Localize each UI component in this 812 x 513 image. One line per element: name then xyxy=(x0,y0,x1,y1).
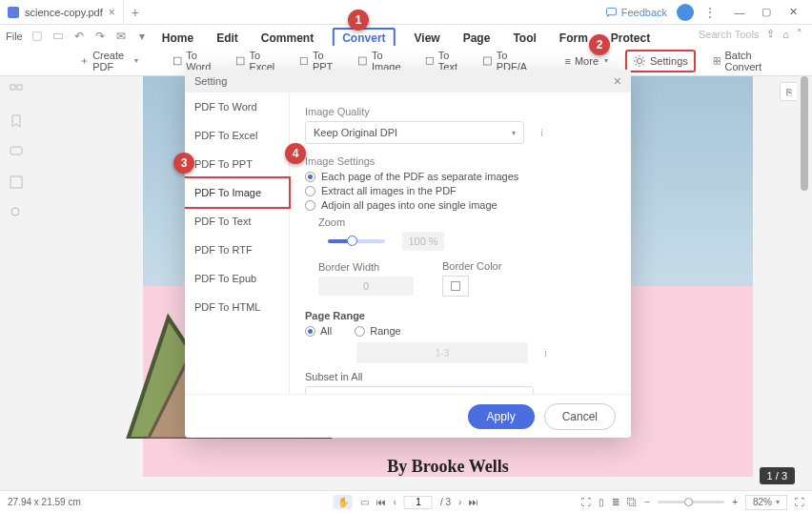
sidebar-item-pdf-to-excel[interactable]: PDF To Excel xyxy=(185,121,289,150)
next-page-icon[interactable]: › xyxy=(458,497,461,507)
info-icon[interactable]: i xyxy=(536,127,548,139)
svg-rect-0 xyxy=(606,8,616,14)
menu-comment[interactable]: Comment xyxy=(257,30,317,47)
sidebar-item-pdf-to-image[interactable]: PDF To Image xyxy=(185,178,289,207)
menu-form[interactable]: Form xyxy=(556,30,592,47)
radio-adjoin-pages[interactable] xyxy=(305,200,315,211)
prev-page-icon[interactable]: ‹ xyxy=(394,497,396,507)
file-menu[interactable]: File xyxy=(6,31,23,42)
continuous-icon[interactable]: ≣ xyxy=(612,497,619,507)
last-page-icon[interactable]: ⏭ xyxy=(469,497,478,507)
thumbnails-icon[interactable] xyxy=(8,82,25,99)
border-width-input[interactable] xyxy=(318,277,414,296)
zoom-out-icon[interactable]: − xyxy=(644,497,650,507)
save-icon[interactable] xyxy=(30,30,44,43)
annotation-badge-4: 4 xyxy=(285,143,306,164)
zoom-slider[interactable] xyxy=(658,501,724,503)
svg-rect-11 xyxy=(718,57,721,60)
feedback-link[interactable]: Feedback xyxy=(605,6,667,18)
subset-dropdown[interactable]: All pages ▾ xyxy=(305,386,534,394)
more-button[interactable]: ≡More▾ xyxy=(561,52,612,70)
radio-extract-images[interactable] xyxy=(305,186,315,196)
document-byline: By Brooke Wells xyxy=(143,451,753,482)
zoom-level[interactable]: 82%▾ xyxy=(745,495,787,510)
close-window-button[interactable]: ✕ xyxy=(780,2,806,23)
settings-button[interactable]: Settings xyxy=(625,50,696,72)
sidebar-item-pdf-to-word[interactable]: PDF To Word xyxy=(185,92,289,121)
print-icon[interactable] xyxy=(51,30,65,43)
undo-icon[interactable]: ↶ xyxy=(72,30,86,43)
sidebar-item-pdf-to-html[interactable]: PDF To HTML xyxy=(185,293,289,321)
modal-sidebar: PDF To Word PDF To Excel PDF To PPT PDF … xyxy=(185,92,290,394)
vertical-scrollbar[interactable] xyxy=(801,76,808,439)
floating-tool-icon[interactable]: ⎘ xyxy=(780,82,797,101)
cloud-icon[interactable]: ⌂ xyxy=(782,29,789,40)
radio-all-pages[interactable] xyxy=(305,326,315,337)
zoom-slider-thumb[interactable] xyxy=(684,498,693,506)
close-tab-icon[interactable]: × xyxy=(109,6,115,19)
sidebar-item-pdf-to-ppt[interactable]: PDF To PPT xyxy=(185,150,289,178)
fullscreen-icon[interactable]: ⛶ xyxy=(795,497,804,507)
page-number-input[interactable] xyxy=(404,496,433,509)
radio-page-range[interactable] xyxy=(355,326,365,337)
batch-icon xyxy=(713,54,721,68)
collapse-icon[interactable]: ˄ xyxy=(797,28,802,40)
cancel-button[interactable]: Cancel xyxy=(544,403,616,430)
zoom-value-input[interactable] xyxy=(402,232,444,251)
titlebar: science-copy.pdf × + Feedback ⋮ — ▢ ✕ xyxy=(0,0,812,25)
modal-main: Image Quality Keep Original DPI ▾ i Imag… xyxy=(290,92,631,394)
share-icon[interactable]: ⇪ xyxy=(766,28,775,40)
svg-point-9 xyxy=(637,58,641,63)
info-icon[interactable]: i xyxy=(539,347,552,359)
redo-icon[interactable]: ↷ xyxy=(93,30,107,43)
menu-edit[interactable]: Edit xyxy=(213,30,242,47)
menu-protect[interactable]: Protect xyxy=(607,30,654,47)
document-tab[interactable]: science-copy.pdf × xyxy=(0,0,124,25)
image-quality-dropdown[interactable]: Keep Original DPI ▾ xyxy=(305,121,524,144)
image-quality-label: Image Quality xyxy=(305,106,616,117)
batch-convert-button[interactable]: Batch Convert xyxy=(709,47,771,75)
single-page-icon[interactable]: ▯ xyxy=(599,497,604,507)
radio-each-page[interactable] xyxy=(305,172,315,182)
menu-view[interactable]: View xyxy=(411,30,444,47)
create-pdf-button[interactable]: Create PDF▾ xyxy=(76,47,142,75)
menu-tool[interactable]: Tool xyxy=(509,30,539,47)
sidebar-item-pdf-to-text[interactable]: PDF To Text xyxy=(185,207,289,236)
zoom-in-icon[interactable]: + xyxy=(732,497,738,507)
zoom-slider-thumb[interactable] xyxy=(347,236,357,246)
minimize-button[interactable]: — xyxy=(726,2,753,23)
border-color-picker[interactable] xyxy=(442,276,469,297)
select-tool-icon[interactable]: ▭ xyxy=(360,497,369,507)
gear-icon xyxy=(633,54,646,68)
menu-home[interactable]: Home xyxy=(158,30,197,47)
two-page-icon[interactable]: ⿻ xyxy=(627,497,637,507)
first-page-icon[interactable]: ⏮ xyxy=(376,497,386,507)
bookmark-icon[interactable] xyxy=(8,113,25,130)
modal-close-icon[interactable]: × xyxy=(614,73,621,89)
zoom-label: Zoom xyxy=(318,216,616,228)
comments-icon[interactable] xyxy=(8,143,25,160)
fit-page-icon[interactable]: ⛶ xyxy=(581,497,591,507)
more-menu-icon[interactable]: ⋮ xyxy=(703,5,717,20)
svg-point-18 xyxy=(11,208,19,215)
maximize-button[interactable]: ▢ xyxy=(753,2,780,23)
new-tab-button[interactable]: + xyxy=(124,5,147,20)
zoom-slider[interactable] xyxy=(328,239,385,243)
svg-rect-15 xyxy=(17,85,22,90)
sidebar-item-pdf-to-epub[interactable]: PDF To Epub xyxy=(185,264,289,293)
scrollbar-thumb[interactable] xyxy=(801,76,808,191)
email-icon[interactable]: ✉ xyxy=(114,30,128,43)
menu-page[interactable]: Page xyxy=(459,30,495,47)
attachments-icon[interactable] xyxy=(8,174,25,191)
search-input[interactable]: Search Tools xyxy=(699,29,759,40)
image-icon xyxy=(357,54,368,68)
apply-button[interactable]: Apply xyxy=(468,404,535,429)
svg-rect-1 xyxy=(32,31,41,40)
sidebar-item-pdf-to-rtf[interactable]: PDF To RTF xyxy=(185,236,289,264)
hand-tool-icon[interactable]: ✋ xyxy=(334,495,353,509)
search-panel-icon[interactable] xyxy=(8,204,25,221)
dropdown-icon[interactable]: ▾ xyxy=(135,30,149,43)
user-avatar[interactable] xyxy=(677,4,694,21)
excel-icon xyxy=(235,54,245,68)
annotation-badge-1: 1 xyxy=(348,10,369,31)
